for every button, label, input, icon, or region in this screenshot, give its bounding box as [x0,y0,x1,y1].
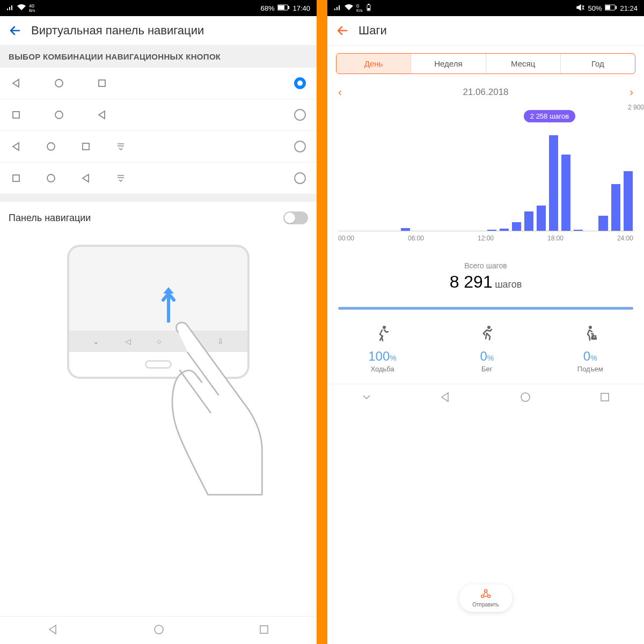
net-unit: K/s [356,9,363,13]
activity-icon [478,325,495,347]
sys-recent-icon[interactable] [599,392,610,405]
prev-day-button[interactable]: ‹ [338,86,342,98]
radio-button[interactable] [294,77,306,89]
status-bar: 40B/s 68% 17:40 [0,0,317,16]
svg-point-6 [55,111,63,119]
chart-bar [512,222,521,231]
next-day-button[interactable]: › [630,86,633,98]
back-icon [11,141,21,152]
tab-День[interactable]: День [336,54,411,74]
chart-bar [624,171,633,231]
header: Шаги [327,16,644,46]
total-label: Всего шагов [327,261,644,270]
hand-icon [164,320,282,502]
svg-rect-5 [13,112,19,118]
toggle-switch[interactable] [283,211,308,224]
tab-Год[interactable]: Год [561,54,635,74]
svg-point-25 [521,393,530,401]
tab-Месяц[interactable]: Месяц [486,54,561,74]
nav-option-2[interactable] [0,131,317,163]
gesture-illustration: ⌄ ◁ ○ □ ⇩ [0,234,317,616]
chevron-down-icon[interactable] [362,392,371,404]
nav-option-3[interactable] [0,163,317,194]
radio-button[interactable] [294,109,306,121]
sys-back-icon[interactable] [47,624,59,638]
phone-left: 40B/s 68% 17:40 Виртуальная панель навиг… [0,0,317,644]
total-steps: Всего шагов 8 291 шагов [327,251,644,303]
battery-pct: 50% [588,4,602,12]
sys-home-icon[interactable] [519,391,531,405]
date-navigator: ‹ 21.06.2018 › [327,82,644,103]
chart-bar [574,230,583,231]
nav-option-1[interactable] [0,99,317,131]
chart-bar [537,206,546,231]
svg-point-10 [47,174,55,182]
clock: 17:40 [292,4,310,12]
section-title: ВЫБОР КОМБИНАЦИИ НАВИГАЦИОННЫХ КНОПОК [0,46,317,68]
x-tick: 00:00 [338,235,354,242]
clock: 21:24 [620,4,638,12]
back-arrow-icon[interactable] [9,24,21,37]
mute-icon [576,4,584,13]
page-title: Виртуальная панель навигации [31,24,204,38]
nav-option-0[interactable] [0,68,317,99]
share-icon [480,589,492,601]
nav-panel-toggle-row[interactable]: Панель навигации [0,202,317,234]
home-icon: ○ [157,337,161,346]
svg-rect-1 [278,5,284,10]
battery-icon [277,4,289,12]
radio-button[interactable] [294,172,306,184]
chart-bar [611,184,620,231]
battery-pct: 68% [260,4,274,12]
square-icon [80,141,91,152]
activity-icon [368,325,397,347]
svg-point-21 [589,326,592,329]
share-label: Отправить [472,602,499,608]
activity-breakdown: 100%Ходьба0%Бег0%Подъем [327,314,644,384]
svg-point-3 [55,79,63,87]
svg-rect-26 [601,393,609,401]
chart-bar [561,155,570,231]
activity-value: 0% [577,349,603,364]
radio-button[interactable] [294,141,306,152]
square-icon [11,173,21,184]
back-arrow-icon[interactable] [336,24,349,37]
activity-Бег[interactable]: 0%Бег [478,325,495,373]
x-tick: 06:00 [408,235,424,242]
status-bar: 0K/s 50% 21:24 [327,0,644,16]
square-icon [97,78,107,89]
square-icon [11,109,21,120]
total-unit: шагов [495,279,522,290]
activity-value: 0% [478,349,495,364]
activity-Ходьба[interactable]: 100%Ходьба [368,325,397,373]
steps-bar-chart[interactable] [338,108,633,231]
tab-Неделя[interactable]: Неделя [411,54,486,74]
phone-right: 0K/s 50% 21:24 Шаги ДеньНеделяМесяцГод ‹… [327,0,644,644]
back-icon [80,173,91,184]
back-icon [11,78,21,89]
total-value: 8 291 [450,272,493,291]
svg-rect-17 [605,5,610,10]
drop-icon [115,141,126,152]
current-date: 21.06.2018 [463,87,508,98]
svg-point-22 [481,595,484,598]
activity-Подъем[interactable]: 0%Подъем [577,325,603,373]
chart-bar [598,216,608,231]
sys-recent-icon[interactable] [259,624,269,637]
chart-bar [401,228,410,231]
share-button[interactable]: Отправить [459,584,512,612]
nav-options-list [0,68,317,194]
wifi-icon [345,4,353,12]
drop-icon [115,173,126,184]
sys-back-icon[interactable] [440,391,451,405]
svg-rect-8 [83,143,89,150]
chart-bar [487,230,496,231]
sys-home-icon[interactable] [153,624,165,638]
back-icon: ◁ [125,337,131,346]
activity-label: Подъем [577,365,603,373]
svg-point-23 [488,595,491,598]
page-title: Шаги [358,24,387,38]
activity-icon [577,325,603,347]
system-nav-bar [0,616,317,644]
wifi-icon [17,4,26,12]
